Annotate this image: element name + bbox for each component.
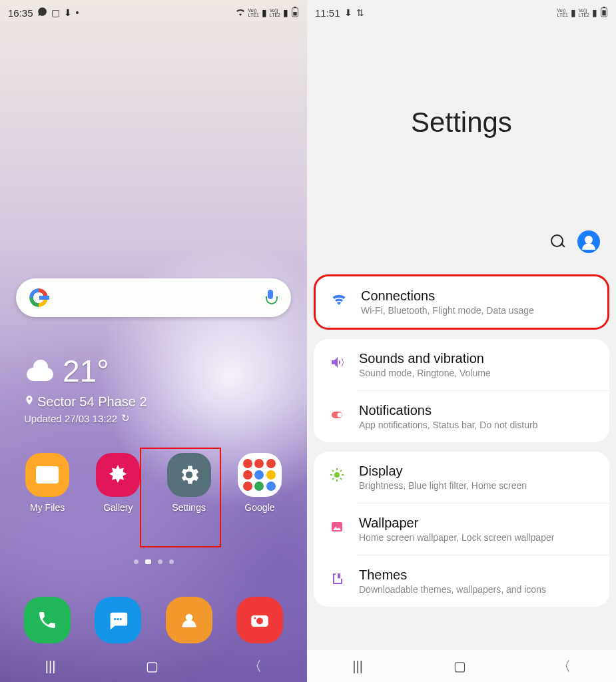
- display-icon: [328, 466, 346, 484]
- app-gallery[interactable]: Gallery: [88, 453, 148, 513]
- row-sub: Brightness, Blue light filter, Home scre…: [359, 480, 595, 491]
- sync-icon: ⇅: [356, 7, 364, 18]
- google-folder-icon: [238, 453, 282, 497]
- highlight-box: [140, 448, 221, 547]
- battery-icon: [600, 7, 608, 19]
- row-title: Sounds and vibration: [359, 351, 595, 366]
- row-title: Notifications: [359, 403, 595, 418]
- setting-wallpaper[interactable]: Wallpaper Home screen wallpaper, Lock sc…: [314, 504, 609, 555]
- refresh-icon[interactable]: ↻: [121, 412, 130, 424]
- search-button[interactable]: [551, 234, 565, 249]
- row-sub: App notifications, Status bar, Do not di…: [359, 420, 595, 430]
- row-sub: Wi-Fi, Bluetooth, Flight mode, Data usag…: [361, 305, 593, 316]
- download-icon: ⬇: [344, 7, 352, 18]
- navbar-right: ||| ▢ 〈: [307, 650, 616, 682]
- clock: 11:51: [315, 7, 340, 19]
- setting-sounds[interactable]: Sounds and vibration Sound mode, Rington…: [314, 339, 609, 390]
- settings-actions: [551, 230, 600, 253]
- voice-search-icon[interactable]: [263, 288, 278, 307]
- app-label: Gallery: [103, 502, 133, 513]
- signal2-icon: ▮: [283, 7, 288, 18]
- weather-widget[interactable]: 21° Sector 54 Phase 2 Updated 27/03 13:2…: [24, 353, 147, 424]
- svg-point-9: [254, 617, 256, 619]
- svg-line-22: [340, 470, 342, 472]
- settings-group-display: Display Brightness, Blue light filter, H…: [314, 452, 609, 607]
- setting-display[interactable]: Display Brightness, Blue light filter, H…: [314, 452, 609, 503]
- setting-themes[interactable]: Themes Downloadable themes, wallpapers, …: [314, 555, 609, 607]
- row-title: Connections: [361, 288, 593, 304]
- lte2-icon: Vo))LTE2: [579, 8, 589, 17]
- home-screen: 16:35 ▢ ⬇ • Vo))LTE1 ▮ Vo))LTE2 ▮: [0, 0, 307, 682]
- lte1-icon: Vo))LTE1: [248, 8, 259, 17]
- lte1-icon: Vo))LTE1: [557, 8, 568, 17]
- svg-point-8: [256, 617, 263, 624]
- app-my-files[interactable]: My Files: [17, 453, 77, 513]
- location-pin-icon: [24, 394, 35, 410]
- google-logo-icon: [29, 288, 48, 307]
- row-sub: Home screen wallpaper, Lock screen wallp…: [359, 532, 595, 543]
- row-sub: Sound mode, Ringtone, Volume: [359, 368, 595, 378]
- cloud-icon: [24, 360, 56, 382]
- notifications-icon: [328, 406, 346, 423]
- nav-home[interactable]: ▢: [454, 658, 466, 674]
- clock: 16:35: [8, 7, 33, 19]
- row-title: Themes: [359, 567, 595, 583]
- setting-notifications[interactable]: Notifications App notifications, Status …: [314, 391, 609, 442]
- battery-icon: [291, 7, 299, 19]
- app-label: My Files: [30, 502, 65, 513]
- nav-home[interactable]: ▢: [146, 658, 158, 674]
- svg-point-3: [114, 618, 116, 620]
- signal2-icon: ▮: [592, 7, 597, 18]
- contacts-app[interactable]: [166, 597, 212, 643]
- navbar-left: ||| ▢ 〈: [0, 650, 307, 682]
- app-google-folder[interactable]: Google: [230, 453, 290, 513]
- dot-icon: •: [76, 7, 79, 18]
- whatsapp-icon: [37, 7, 47, 19]
- signal1-icon: ▮: [262, 7, 267, 18]
- wallpaper-icon: [328, 518, 346, 535]
- nav-back[interactable]: 〈: [557, 657, 571, 675]
- account-button[interactable]: [577, 230, 600, 253]
- gallery-icon: [96, 453, 140, 497]
- app-label: Google: [244, 502, 274, 513]
- row-title: Display: [359, 464, 595, 479]
- signal1-icon: ▮: [571, 7, 576, 18]
- row-title: Wallpaper: [359, 515, 595, 531]
- svg-rect-1: [294, 7, 296, 8]
- updated-text: Updated 27/03 13:22: [24, 413, 117, 424]
- my-files-icon: [25, 453, 69, 497]
- download-icon: ⬇: [64, 7, 72, 18]
- image-icon: ▢: [51, 7, 60, 18]
- svg-point-15: [334, 472, 340, 478]
- settings-group-sound: Sounds and vibration Sound mode, Rington…: [314, 339, 609, 442]
- themes-icon: [328, 570, 346, 587]
- page-indicator: [0, 559, 307, 564]
- statusbar-left: 16:35 ▢ ⬇ • Vo))LTE1 ▮ Vo))LTE2 ▮: [0, 0, 307, 25]
- statusbar-right: 11:51 ⬇ ⇅ Vo))LTE1 ▮ Vo))LTE2 ▮: [307, 0, 616, 25]
- settings-screen: 11:51 ⬇ ⇅ Vo))LTE1 ▮ Vo))LTE2 ▮ Settings: [307, 0, 616, 682]
- camera-app[interactable]: [236, 597, 283, 643]
- row-sub: Downloadable themes, wallpapers, and ico…: [359, 584, 595, 595]
- nav-recent[interactable]: |||: [45, 659, 56, 674]
- svg-point-14: [338, 413, 342, 418]
- phone-app[interactable]: [24, 597, 71, 643]
- messages-app[interactable]: [95, 597, 141, 643]
- svg-point-5: [120, 618, 122, 620]
- page-title: Settings: [307, 107, 616, 139]
- svg-point-4: [117, 618, 119, 620]
- svg-rect-11: [603, 7, 605, 8]
- svg-rect-12: [602, 10, 605, 15]
- setting-connections[interactable]: Connections Wi-Fi, Bluetooth, Flight mod…: [314, 274, 609, 330]
- lte2-icon: Vo))LTE2: [270, 8, 280, 17]
- nav-back[interactable]: 〈: [248, 657, 262, 675]
- dock: [0, 597, 307, 643]
- wifi-icon: [330, 291, 348, 308]
- sound-icon: [328, 354, 346, 371]
- svg-point-6: [185, 614, 192, 621]
- svg-line-20: [332, 470, 334, 472]
- svg-line-23: [332, 478, 334, 480]
- svg-line-21: [340, 478, 342, 480]
- nav-recent[interactable]: |||: [352, 659, 363, 674]
- google-search-bar[interactable]: [16, 278, 291, 317]
- wifi-icon: [235, 7, 246, 18]
